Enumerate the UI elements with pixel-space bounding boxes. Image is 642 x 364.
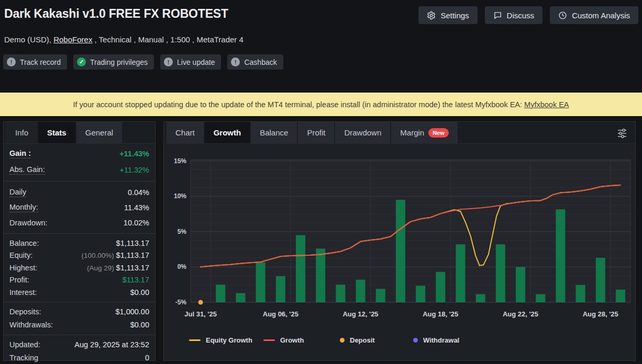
- chart-bar[interactable]: [256, 263, 265, 302]
- chart-bar[interactable]: [356, 280, 366, 302]
- chart-panel: ChartGrowthBalanceProfitDrawdownMarginNe…: [163, 121, 636, 361]
- tab-drawdown[interactable]: Drawdown: [335, 122, 390, 143]
- exclamation-icon: !: [7, 58, 16, 66]
- chart-bar[interactable]: [596, 258, 605, 302]
- settings-button-label: Settings: [440, 11, 469, 20]
- tab-label: Drawdown: [344, 128, 381, 137]
- badge-cashback[interactable]: !Cashback: [227, 54, 283, 70]
- chart-bar[interactable]: [576, 285, 585, 302]
- legend-deposit[interactable]: Deposit: [340, 336, 375, 344]
- stats-value: $0.00: [130, 321, 149, 329]
- chart-bar[interactable]: [276, 276, 285, 302]
- stats-value-note: (Aug 29): [87, 264, 116, 272]
- stats-label[interactable]: Monthly:: [9, 203, 38, 212]
- tab-stats[interactable]: Stats: [38, 122, 75, 143]
- tab-label: Growth: [214, 128, 241, 137]
- tab-chart[interactable]: Chart: [167, 122, 204, 143]
- tab-margin[interactable]: MarginNew: [391, 122, 457, 143]
- x-axis-label: Aug 22, '25: [503, 310, 538, 318]
- badge-label: Cashback: [244, 58, 276, 66]
- discuss-button[interactable]: Discuss: [485, 6, 543, 24]
- legend-growth[interactable]: Growth: [263, 336, 304, 344]
- stats-label: Tracking: [9, 354, 38, 362]
- tab-profit[interactable]: Profit: [298, 122, 334, 143]
- stats-label: Highest:: [9, 264, 37, 272]
- chart-bar[interactable]: [536, 294, 545, 302]
- deposit-marker[interactable]: [198, 300, 203, 305]
- legend-label: Growth: [280, 336, 304, 344]
- stats-row: Updated:Aug 29, 2025 at 23:52: [4, 338, 155, 351]
- legend-label: Deposit: [350, 336, 375, 344]
- tab-label: Stats: [47, 128, 67, 137]
- sliders-icon[interactable]: [614, 126, 630, 141]
- chart-bar[interactable]: [236, 293, 245, 302]
- stats-label[interactable]: Abs. Gain:: [9, 165, 45, 175]
- settings-button[interactable]: Settings: [418, 6, 477, 24]
- stats-label[interactable]: Gain :: [9, 149, 31, 158]
- chart-bar[interactable]: [516, 267, 525, 302]
- notice-text: If your account stopped updating due to …: [73, 100, 522, 109]
- chart-bar[interactable]: [476, 294, 485, 302]
- chart-bar[interactable]: [316, 248, 325, 302]
- chart-bar[interactable]: [616, 290, 625, 302]
- chart-bar[interactable]: [216, 285, 225, 302]
- stats-label: Balance:: [9, 239, 39, 247]
- badge-label: Track record: [20, 58, 61, 66]
- header-actions: Settings Discuss Custom Analysis: [418, 6, 638, 24]
- tab-info[interactable]: Info: [6, 122, 37, 143]
- account-page: Dark Kakashi v1.0 FREE FX ROBOTEST Setti…: [0, 0, 642, 364]
- chart-bar[interactable]: [296, 235, 305, 302]
- tab-label: Info: [15, 128, 28, 137]
- stats-value: 0.04%: [128, 188, 149, 197]
- stats-label[interactable]: Daily: [9, 188, 26, 197]
- tab-general[interactable]: General: [76, 122, 122, 143]
- chart-panel-tabs: ChartGrowthBalanceProfitDrawdownMarginNe…: [164, 122, 635, 144]
- discuss-button-label: Discuss: [507, 11, 535, 20]
- x-axis-label: Aug 18, '25: [423, 310, 458, 318]
- account-type: Demo (USD),: [4, 35, 53, 44]
- x-axis-label: Aug 06, '25: [263, 310, 298, 318]
- verification-badges: !Track record✓Trading privileges!Live up…: [3, 54, 283, 70]
- badge-label: Trading privileges: [90, 58, 148, 66]
- badge-live-update[interactable]: !Live update: [160, 54, 221, 70]
- chart-bar[interactable]: [336, 285, 345, 302]
- stats-row: Highest:(Aug 29) $1,113.17: [4, 261, 155, 274]
- chat-icon: [493, 11, 502, 20]
- tab-growth[interactable]: Growth: [205, 122, 250, 143]
- broker-link[interactable]: RoboForex: [53, 35, 92, 44]
- stats-row: Monthly:11.43%: [4, 200, 155, 215]
- chart-bar[interactable]: [416, 286, 425, 302]
- stats-label: Profit:: [9, 276, 29, 284]
- chart-bar[interactable]: [436, 272, 445, 302]
- legend-dot-swatch: [413, 338, 418, 343]
- legend-label: Withdrawal: [423, 336, 459, 344]
- stats-row: Daily0.04%: [4, 185, 155, 200]
- stats-value: 0: [145, 354, 149, 362]
- chart-bar[interactable]: [456, 244, 465, 302]
- legend-equity-growth[interactable]: Equity Growth: [189, 336, 252, 344]
- legend-label: Equity Growth: [206, 336, 252, 344]
- custom-analysis-button[interactable]: Custom Analysis: [550, 6, 638, 24]
- stats-row: Equity:(100.00%) $1,113.17: [4, 249, 155, 262]
- growth-chart[interactable]: 15%10%5%0%-5%Jul 31, '25Aug 06, '25Aug 1…: [164, 144, 636, 334]
- myfxbook-ea-link[interactable]: Myfxbook EA: [524, 100, 569, 109]
- y-axis-label: 10%: [174, 192, 186, 200]
- stats-row: Withdrawals:$0.00: [4, 318, 155, 332]
- badge-trading-privileges[interactable]: ✓Trading privileges: [73, 54, 154, 70]
- chart-bar[interactable]: [396, 200, 405, 302]
- chart-bar[interactable]: [496, 244, 505, 302]
- tab-label: Balance: [260, 128, 288, 137]
- stats-divider: [4, 302, 155, 302]
- x-axis-label: Aug 28, '25: [583, 310, 618, 318]
- y-axis-label: 5%: [178, 228, 187, 235]
- stats-value: (100.00%) $1,113.17: [82, 251, 149, 259]
- info-panel: InfoStatsGeneral Gain :+11.43%Abs. Gain:…: [3, 121, 156, 361]
- stats-value: 10.02%: [124, 219, 149, 227]
- badge-track-record[interactable]: !Track record: [3, 54, 67, 70]
- chart-bar[interactable]: [376, 289, 385, 302]
- tab-balance[interactable]: Balance: [251, 122, 297, 143]
- stats-value-note: (100.00%): [82, 252, 116, 259]
- legend-withdrawal[interactable]: Withdrawal: [413, 336, 459, 344]
- chart-bar[interactable]: [556, 209, 565, 302]
- stats-value: +11.32%: [119, 166, 149, 174]
